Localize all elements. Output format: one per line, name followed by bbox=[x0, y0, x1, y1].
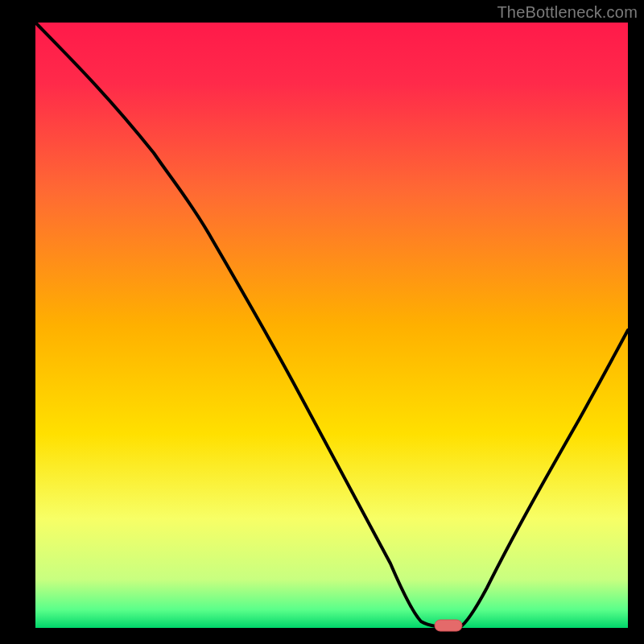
watermark-text: TheBottleneck.com bbox=[497, 3, 638, 22]
chart-container: TheBottleneck.com bbox=[0, 0, 644, 644]
bottleneck-chart bbox=[0, 0, 644, 644]
optimal-marker bbox=[435, 620, 462, 631]
plot-gradient bbox=[35, 23, 628, 628]
